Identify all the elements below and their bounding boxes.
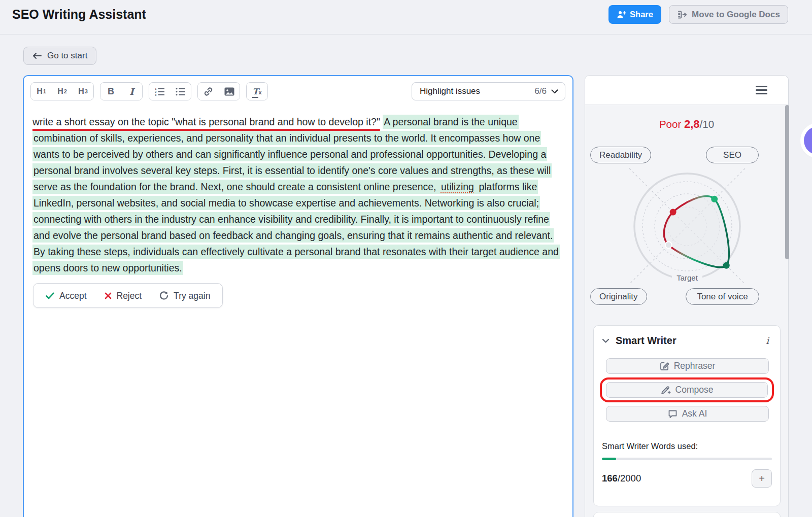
link-button[interactable]: [198, 83, 219, 100]
link-icon: [204, 87, 213, 96]
move-to-google-docs-button[interactable]: Move to Google Docs: [669, 5, 788, 24]
compose-icon: [661, 385, 671, 395]
share-button[interactable]: Share: [608, 5, 661, 24]
add-words-button[interactable]: +: [752, 469, 772, 488]
go-to-start-label: Go to start: [47, 51, 87, 61]
overall-score: Poor 2,8/10: [585, 118, 788, 131]
score-max: /10: [700, 118, 715, 130]
highlight-issues-dropdown[interactable]: Highlight issues 6/6: [412, 82, 565, 100]
app-header: SEO Writing Assistant Share Move to Goog…: [0, 0, 812, 35]
svg-text:3: 3: [155, 93, 157, 96]
highlight-issues-label: Highlight issues: [420, 86, 534, 96]
bullet-list-icon: [176, 87, 186, 96]
analysis-panel: Poor 2,8/10 Readability SEO: [585, 75, 789, 517]
arrow-left-icon: [32, 52, 42, 59]
check-icon: [46, 292, 54, 299]
accept-button[interactable]: Accept: [46, 288, 87, 304]
score-blob: [664, 196, 729, 267]
text-style-group: B I: [100, 82, 143, 100]
page-title: SEO Writing Assistant: [12, 7, 146, 22]
score-value: 2,8: [684, 118, 700, 130]
chevron-down-icon[interactable]: [602, 338, 610, 343]
originality-pill[interactable]: Originality: [590, 288, 647, 305]
clear-formatting-button[interactable]: Tx: [247, 83, 267, 100]
rephraser-icon: [660, 361, 669, 371]
export-doc-icon: [677, 10, 687, 19]
x-icon: [105, 292, 112, 299]
ask-ai-button[interactable]: Ask AI: [606, 406, 769, 422]
chevron-down-icon: [551, 89, 558, 94]
heading-buttons-group: H1 H2 H3: [30, 82, 94, 100]
red-highlight-annotation: Compose: [600, 377, 774, 402]
words-used-progress-fill: [602, 458, 616, 460]
image-icon: [224, 87, 234, 96]
highlight-issues-count: 6/6: [534, 86, 547, 96]
generated-text: platforms like LinkedIn, personal websit…: [32, 180, 560, 275]
words-total: /2000: [618, 473, 641, 484]
smart-writer-card: Smart Writer i Rephraser: [593, 325, 781, 506]
bold-button[interactable]: B: [100, 83, 121, 100]
menu-icon[interactable]: [756, 86, 767, 94]
move-to-google-docs-label: Move to Google Docs: [692, 10, 780, 20]
ordered-list-icon: 1 2 3: [155, 87, 165, 96]
try-again-button[interactable]: Try again: [159, 288, 210, 304]
clear-formatting-icon: Tx: [252, 87, 261, 96]
clear-format-group: Tx: [246, 82, 268, 100]
list-group: 1 2 3: [149, 82, 191, 100]
person-add-icon: [617, 10, 626, 19]
prompt-text: write a short essay on the topic "what i…: [32, 116, 380, 127]
suggestion-actions-bar: Accept Reject Try again: [33, 283, 223, 308]
share-label: Share: [630, 10, 653, 19]
smart-writer-title: Smart Writer: [616, 335, 760, 347]
words-used-label: Smart Writer Words used:: [602, 441, 772, 451]
image-button[interactable]: [219, 83, 240, 100]
editor-card: H1 H2 H3 B I 1 2 3: [23, 75, 573, 517]
info-icon[interactable]: i: [766, 335, 769, 346]
reject-button[interactable]: Reject: [105, 288, 142, 304]
chat-bubble-icon: [668, 409, 678, 419]
tone-of-voice-pill[interactable]: Tone of voice: [686, 288, 759, 305]
words-usage-row: 166 /2000 +: [602, 469, 772, 488]
go-to-start-button[interactable]: Go to start: [23, 47, 96, 65]
heading-2-button[interactable]: H2: [52, 83, 73, 100]
heading-3-button[interactable]: H3: [73, 83, 93, 100]
words-used-progressbar: [602, 458, 772, 460]
bullet-list-button[interactable]: [170, 83, 191, 100]
compose-button[interactable]: Compose: [606, 382, 768, 398]
document-editor[interactable]: write a short essay on the topic "what i…: [32, 114, 562, 308]
panel-scrollbar[interactable]: [785, 105, 789, 259]
smart-writer-header: Smart Writer i: [602, 335, 772, 347]
panel-header: [585, 76, 788, 105]
next-panel-card: [593, 512, 781, 517]
refresh-icon: [159, 291, 168, 300]
heading-1-button[interactable]: H1: [31, 83, 52, 100]
target-label: Target: [676, 273, 698, 282]
panel-body: Poor 2,8/10 Readability SEO: [585, 106, 788, 517]
words-used-count: 166: [602, 473, 618, 484]
editor-toolbar: H1 H2 H3 B I 1 2 3: [30, 82, 268, 100]
score-gauge: Target: [606, 159, 768, 293]
italic-button[interactable]: I: [121, 83, 142, 100]
insert-group: [197, 82, 240, 100]
rephraser-button[interactable]: Rephraser: [606, 358, 769, 374]
score-rating: Poor: [659, 118, 681, 130]
floating-widget-button[interactable]: [804, 126, 812, 155]
ordered-list-button[interactable]: 1 2 3: [149, 83, 170, 100]
flagged-word[interactable]: utilizing: [440, 180, 475, 194]
